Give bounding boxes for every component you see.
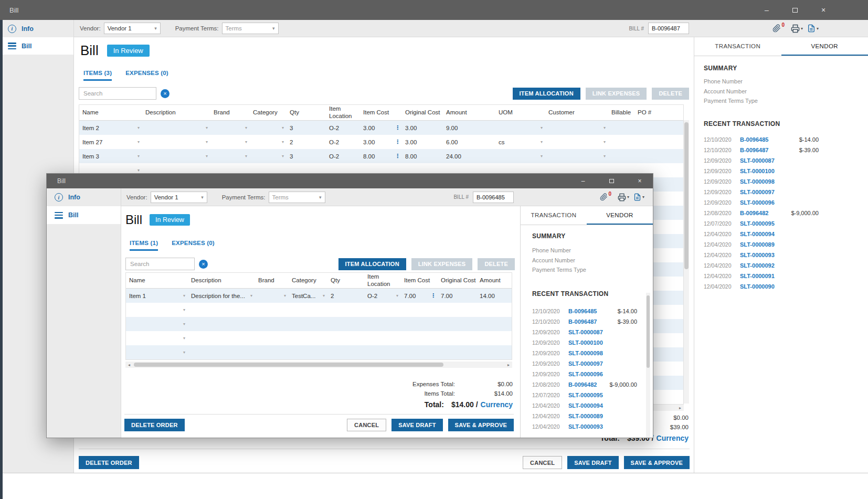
vertical-scrollbar[interactable] bbox=[646, 293, 650, 438]
payment-terms-select[interactable]: Terms ▾ bbox=[222, 23, 279, 34]
tab-items[interactable]: ITEMS (3) bbox=[83, 70, 112, 81]
currency-link[interactable]: Currency bbox=[481, 400, 513, 409]
transaction-ref-link[interactable]: SLT-0000092 bbox=[740, 262, 775, 269]
currency-link[interactable]: Currency bbox=[657, 434, 689, 442]
maximize-button[interactable] bbox=[791, 8, 799, 13]
search-input[interactable] bbox=[79, 87, 156, 100]
cancel-button[interactable]: CANCEL bbox=[523, 456, 562, 469]
chevron-down-icon[interactable]: ▾ bbox=[137, 125, 140, 130]
chevron-down-icon[interactable]: ▾ bbox=[541, 125, 543, 130]
tab-transaction[interactable]: TRANSACTION bbox=[521, 206, 587, 225]
tab-transaction[interactable]: TRANSACTION bbox=[694, 37, 781, 56]
delete-order-button[interactable]: DELETE ORDER bbox=[124, 419, 185, 431]
cell-category[interactable]: ▾ bbox=[289, 303, 327, 317]
chevron-down-icon[interactable]: ▾ bbox=[245, 140, 247, 144]
clear-search-icon[interactable]: × bbox=[161, 89, 170, 98]
cell-description[interactable]: ▾ bbox=[188, 331, 255, 345]
bill-number-input[interactable] bbox=[473, 192, 514, 203]
cell-qty[interactable]: 2 bbox=[287, 135, 326, 149]
cell-brand[interactable]: ▾ bbox=[255, 345, 289, 359]
delete-button[interactable]: DELETE bbox=[478, 258, 515, 270]
cell-brand[interactable]: ▾ bbox=[255, 331, 289, 345]
table-row[interactable]: ▾ ▾ ▾ ▾ ▾ ⋮ bbox=[126, 345, 512, 359]
transaction-ref-link[interactable]: SLT-0000095 bbox=[740, 220, 775, 227]
cell-item-cost[interactable]: ⋮ bbox=[401, 345, 438, 359]
chevron-down-icon[interactable]: ▾ bbox=[541, 154, 543, 158]
cell-customer[interactable]: ▾ bbox=[545, 135, 608, 149]
chevron-down-icon[interactable]: ▾ bbox=[604, 154, 606, 158]
cell-item-cost[interactable]: 3.00⋮ bbox=[360, 121, 402, 135]
cell-customer[interactable]: ▾ bbox=[545, 149, 608, 163]
kebab-vertical-icon[interactable]: ⋮ bbox=[395, 125, 400, 131]
chevron-down-icon[interactable]: ▾ bbox=[183, 336, 185, 341]
cell-item-cost[interactable]: 3.00⋮ bbox=[360, 135, 402, 149]
cell-name[interactable]: Item 2▾ bbox=[79, 121, 142, 135]
cell-category[interactable]: TestCa...▾ bbox=[289, 289, 327, 303]
scrollbar-thumb[interactable] bbox=[134, 363, 443, 367]
cell-uom[interactable]: ▾ bbox=[495, 149, 545, 163]
table-row[interactable]: ▾ ▾ ▾ ▾ ▾ ⋮ bbox=[126, 331, 512, 345]
cell-item-cost[interactable]: ⋮ bbox=[401, 303, 438, 317]
cell-qty[interactable] bbox=[327, 303, 364, 317]
cell-item-location[interactable]: ▾ bbox=[364, 303, 401, 317]
attachment-button[interactable]: 0 bbox=[600, 193, 611, 201]
cell-category[interactable]: ▾ bbox=[250, 149, 287, 163]
chevron-down-icon[interactable]: ▾ bbox=[183, 322, 185, 326]
cell-brand[interactable]: ▾ bbox=[255, 303, 289, 317]
table-row[interactable]: ▾ ▾ ▾ ▾ ▾ ⋮ bbox=[126, 317, 512, 331]
transaction-ref-link[interactable]: SLT-0000096 bbox=[568, 371, 603, 377]
vertical-scrollbar[interactable] bbox=[684, 120, 689, 404]
transaction-ref-link[interactable]: B-0096487 bbox=[740, 147, 768, 153]
transaction-ref-link[interactable]: SLT-0000100 bbox=[740, 168, 775, 174]
export-button[interactable]: ▾ bbox=[807, 24, 819, 33]
sidebar-item-bill[interactable]: Bill bbox=[47, 206, 121, 224]
chevron-down-icon[interactable]: ▾ bbox=[282, 140, 284, 144]
transaction-ref-link[interactable]: SLT-0000098 bbox=[740, 178, 775, 185]
transaction-ref-link[interactable]: SLT-0000095 bbox=[568, 392, 603, 398]
scrollbar-thumb[interactable] bbox=[647, 295, 650, 368]
cell-description[interactable]: ▾ bbox=[142, 121, 210, 135]
transaction-ref-link[interactable]: B-0096487 bbox=[568, 318, 597, 325]
transaction-ref-link[interactable]: SLT-0000097 bbox=[568, 360, 603, 367]
clear-search-icon[interactable]: × bbox=[199, 260, 208, 269]
chevron-down-icon[interactable]: ▾ bbox=[206, 154, 208, 158]
cell-qty[interactable]: 3 bbox=[287, 121, 326, 135]
transaction-ref-link[interactable]: SLT-0000093 bbox=[740, 252, 775, 258]
cell-item-cost[interactable]: 8.00⋮ bbox=[360, 149, 402, 163]
cell-item-cost[interactable]: ⋮ bbox=[401, 317, 438, 331]
cell-uom[interactable]: cs▾ bbox=[495, 135, 545, 149]
transaction-ref-link[interactable]: SLT-0000097 bbox=[740, 189, 775, 195]
cell-billable[interactable] bbox=[608, 121, 634, 135]
search-input[interactable] bbox=[125, 258, 195, 270]
kebab-vertical-icon[interactable]: ⋮ bbox=[395, 153, 400, 159]
transaction-ref-link[interactable]: SLT-0000093 bbox=[568, 423, 603, 430]
tab-expenses[interactable]: EXPENSES (0) bbox=[172, 240, 215, 251]
titlebar[interactable]: Bill – × bbox=[0, 0, 868, 20]
close-button[interactable]: × bbox=[636, 177, 643, 185]
cell-item-location[interactable]: O-2 bbox=[326, 149, 360, 163]
tab-expenses[interactable]: EXPENSES (0) bbox=[125, 70, 168, 81]
cell-name[interactable]: ▾ bbox=[126, 331, 188, 345]
cell-qty[interactable]: 2 bbox=[327, 289, 364, 303]
scrollbar-thumb[interactable] bbox=[684, 122, 689, 269]
cell-brand[interactable]: ▾ bbox=[255, 289, 289, 303]
cell-description[interactable]: ▾ bbox=[142, 149, 210, 163]
transaction-ref-link[interactable]: SLT-0000100 bbox=[568, 339, 603, 346]
cell-category[interactable]: ▾ bbox=[289, 317, 327, 331]
titlebar[interactable]: Bill – × bbox=[47, 174, 653, 188]
cell-category[interactable]: ▾ bbox=[289, 331, 327, 345]
horizontal-scrollbar[interactable]: ◂ ▸ bbox=[125, 362, 512, 368]
transaction-ref-link[interactable]: B-0096485 bbox=[740, 136, 768, 143]
tab-items[interactable]: ITEMS (1) bbox=[130, 240, 158, 251]
cell-item-location[interactable]: O-2 bbox=[326, 121, 360, 135]
minimize-button[interactable]: – bbox=[579, 177, 587, 185]
chevron-down-icon[interactable]: ▾ bbox=[206, 140, 208, 144]
table-row[interactable]: Item 2▾ ▾ ▾ ▾ 3 O-2 3.00⋮ 3.00 9.00 ▾ ▾ bbox=[79, 121, 683, 135]
cancel-button[interactable]: CANCEL bbox=[347, 419, 386, 431]
transaction-ref-link[interactable]: SLT-0000087 bbox=[568, 329, 603, 335]
cell-brand[interactable]: ▾ bbox=[210, 149, 250, 163]
chevron-down-icon[interactable]: ▾ bbox=[245, 125, 247, 130]
chevron-down-icon[interactable]: ▾ bbox=[604, 140, 606, 144]
save-approve-button[interactable]: SAVE & APPROVE bbox=[624, 456, 690, 469]
transaction-ref-link[interactable]: B-0096485 bbox=[568, 308, 597, 314]
